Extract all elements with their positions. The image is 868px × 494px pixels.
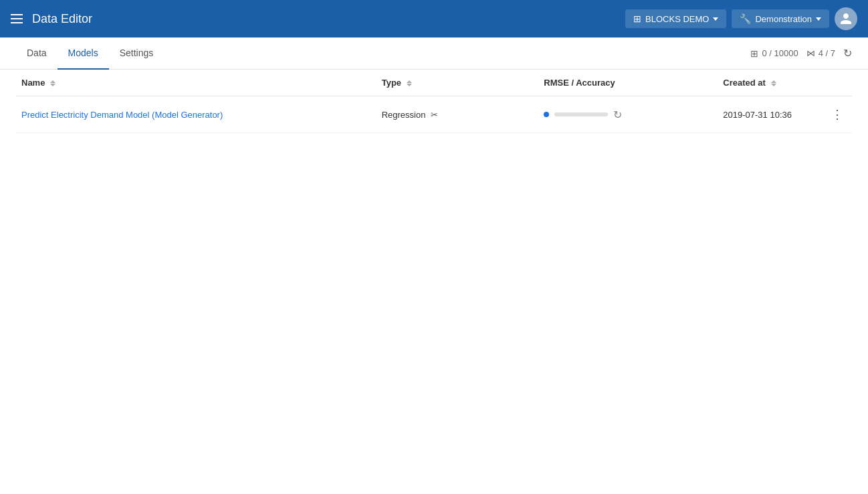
avatar-icon: [839, 12, 853, 25]
col-header-name[interactable]: Name: [16, 70, 376, 96]
table-header: Name Type RMSE / Accuracy: [16, 70, 852, 96]
model-type-label: Regression: [382, 110, 426, 120]
rmse-progress-bar: [554, 112, 608, 116]
sort-created-icon: [771, 80, 776, 86]
sort-type-icon: [407, 80, 412, 86]
table-body: Predict Electricity Demand Model (Model …: [16, 96, 852, 133]
row-more-button[interactable]: ⋮: [829, 104, 847, 125]
models-table: Name Type RMSE / Accuracy: [16, 70, 852, 133]
blocks-demo-button[interactable]: ⊞ BLOCKS DEMO: [625, 9, 726, 28]
tabs-right-info: ⊞ 0 / 10000 ⋈ 4 / 7 ↻: [750, 47, 852, 60]
row-count-display: ⊞ 0 / 10000: [750, 48, 798, 59]
grid-icon: ⊞: [633, 13, 641, 24]
model-created-date: 2019-07-31 10:36: [723, 110, 792, 120]
demonstration-label: Demonstration: [755, 14, 812, 24]
header-left: Data Editor: [11, 12, 92, 26]
hamburger-menu-button[interactable]: [11, 14, 23, 23]
col-count: 4 / 7: [819, 48, 835, 58]
model-name-cell: Predict Electricity Demand Model (Model …: [16, 96, 376, 133]
col-header-type[interactable]: Type: [376, 70, 539, 96]
tabs-bar: Data Models Settings ⊞ 0 / 10000 ⋈ 4 / 7…: [0, 37, 868, 70]
col-header-actions: [823, 70, 852, 96]
tab-data[interactable]: Data: [16, 38, 58, 70]
tab-models[interactable]: Models: [58, 38, 109, 70]
models-table-container: Name Type RMSE / Accuracy: [0, 70, 868, 133]
refresh-button[interactable]: ↻: [843, 47, 852, 60]
chevron-down-icon: [713, 17, 718, 21]
model-name-link[interactable]: Predict Electricity Demand Model (Model …: [21, 110, 223, 120]
model-actions-cell: ⋮: [823, 96, 852, 133]
model-rmse-cell: ↻: [538, 96, 718, 133]
model-type-cell: Regression ✂: [376, 96, 539, 133]
blocks-demo-label: BLOCKS DEMO: [645, 14, 709, 24]
col-count-display: ⋈ 4 / 7: [806, 48, 835, 58]
wrench-icon: 🔧: [740, 13, 751, 24]
sort-name-icon: [50, 80, 56, 86]
scissors-icon: ✂: [431, 110, 438, 120]
rmse-refresh-icon[interactable]: ↻: [613, 108, 622, 121]
demonstration-button[interactable]: 🔧 Demonstration: [732, 9, 829, 28]
header-right: ⊞ BLOCKS DEMO 🔧 Demonstration: [625, 7, 857, 30]
tab-list: Data Models Settings: [16, 37, 164, 69]
col-header-rmse: RMSE / Accuracy: [538, 70, 718, 96]
model-created-cell: 2019-07-31 10:36: [718, 96, 823, 133]
chevron-down-icon-demo: [816, 17, 821, 21]
user-avatar[interactable]: [835, 7, 857, 30]
rmse-progress-fill: [554, 112, 560, 116]
table-row: Predict Electricity Demand Model (Model …: [16, 96, 852, 133]
app-header: Data Editor ⊞ BLOCKS DEMO 🔧 Demonstratio…: [0, 0, 868, 37]
tab-settings[interactable]: Settings: [109, 38, 165, 70]
rmse-progress-dot: [544, 112, 549, 117]
columns-icon: ⋈: [806, 48, 815, 58]
row-count: 0 / 10000: [762, 48, 798, 58]
grid-rows-icon: ⊞: [750, 48, 758, 59]
app-title: Data Editor: [32, 12, 92, 26]
col-header-created[interactable]: Created at: [718, 70, 823, 96]
